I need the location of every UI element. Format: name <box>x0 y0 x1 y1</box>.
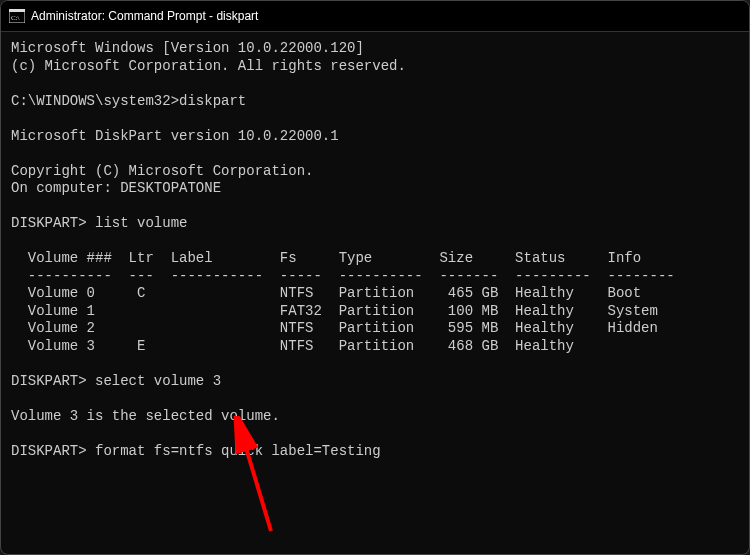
table-header: Volume ### Ltr Label Fs Type Size Status… <box>11 250 641 266</box>
svg-text:C:\: C:\ <box>11 14 20 22</box>
line-cmd-format: DISKPART> format fs=ntfs quick label=Tes… <box>11 443 381 459</box>
line-winver: Microsoft Windows [Version 10.0.22000.12… <box>11 40 364 56</box>
table-row: Volume 2 NTFS Partition 595 MB Healthy H… <box>11 320 658 336</box>
table-row: Volume 0 C NTFS Partition 465 GB Healthy… <box>11 285 641 301</box>
titlebar[interactable]: C:\ Administrator: Command Prompt - disk… <box>1 1 749 32</box>
table-row: Volume 1 FAT32 Partition 100 MB Healthy … <box>11 303 658 319</box>
line-on-computer: On computer: DESKTOPATONE <box>11 180 221 196</box>
line-copyright: (c) Microsoft Corporation. All rights re… <box>11 58 406 74</box>
window-title: Administrator: Command Prompt - diskpart <box>31 9 258 23</box>
line-diskpart-copyright: Copyright (C) Microsoft Corporation. <box>11 163 313 179</box>
table-separator: ---------- --- ----------- ----- -------… <box>11 268 675 284</box>
line-prompt-diskpart: C:\WINDOWS\system32>diskpart <box>11 93 246 109</box>
table-row: Volume 3 E NTFS Partition 468 GB Healthy <box>11 338 574 354</box>
line-selected-msg: Volume 3 is the selected volume. <box>11 408 280 424</box>
line-diskpart-version: Microsoft DiskPart version 10.0.22000.1 <box>11 128 339 144</box>
svg-rect-1 <box>9 9 25 12</box>
command-prompt-window: C:\ Administrator: Command Prompt - disk… <box>0 0 750 555</box>
line-cmd-list-volume: DISKPART> list volume <box>11 215 187 231</box>
terminal-output[interactable]: Microsoft Windows [Version 10.0.22000.12… <box>1 32 749 468</box>
cmd-icon: C:\ <box>9 9 25 23</box>
line-cmd-select-volume: DISKPART> select volume 3 <box>11 373 221 389</box>
